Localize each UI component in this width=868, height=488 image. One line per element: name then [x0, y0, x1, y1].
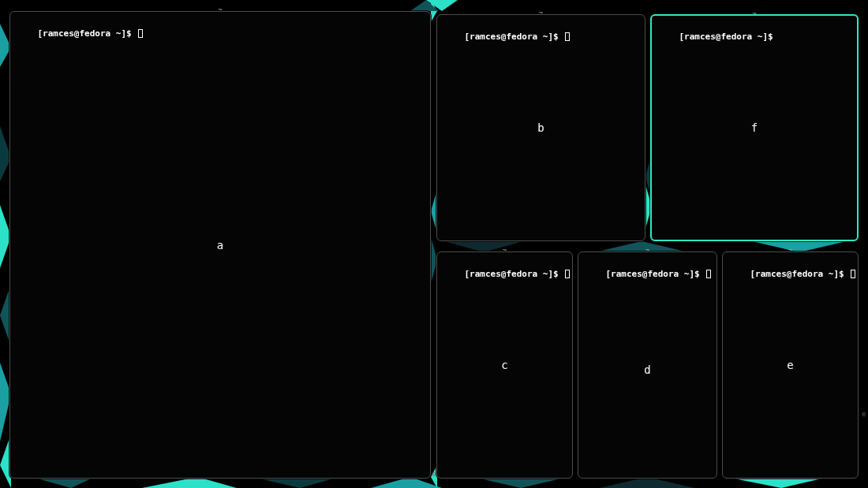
cursor-icon	[565, 32, 570, 41]
terminal-body-b[interactable]: [ramces@fedora ~]$	[437, 15, 645, 240]
svg-marker-21	[752, 241, 847, 252]
terminal-window-c[interactable]: ~ [ramces@fedora ~]$ c	[436, 251, 573, 479]
svg-marker-19	[444, 241, 523, 252]
prompt-text: [ramces@fedora ~]$	[38, 28, 132, 39]
prompt-text: [ramces@fedora ~]$	[606, 269, 700, 279]
svg-marker-10	[473, 477, 568, 488]
terminal-body-c[interactable]: [ramces@fedora ~]$	[437, 252, 572, 478]
cursor-icon	[851, 270, 855, 278]
terminal-window-b[interactable]: ~ [ramces@fedora ~]$ b	[436, 14, 645, 241]
svg-marker-11	[600, 477, 694, 488]
cursor-icon	[565, 270, 570, 278]
svg-marker-12	[726, 477, 829, 488]
terminal-body-a[interactable]: [ramces@fedora ~]$	[10, 12, 430, 478]
cursor-icon	[706, 270, 711, 278]
terminal-body-e[interactable]: [ramces@fedora ~]$	[723, 252, 858, 478]
prompt-text: [ramces@fedora ~]$	[465, 32, 559, 42]
prompt-text: [ramces@fedora ~]$	[465, 269, 559, 279]
terminal-window-a[interactable]: ~ [ramces@fedora ~]$ a	[9, 11, 431, 479]
svg-marker-20	[594, 241, 689, 252]
terminal-window-f[interactable]: ~ [ramces@fedora ~]$ f	[650, 14, 859, 241]
cursor-icon	[138, 29, 143, 38]
terminal-window-d[interactable]: ~ [ramces@fedora ~]$ d	[578, 251, 717, 479]
terminal-body-d[interactable]: [ramces@fedora ~]$	[578, 252, 716, 478]
edge-glyph: e	[862, 410, 866, 418]
edge-glyph: e	[432, 470, 436, 478]
prompt-text: [ramces@fedora ~]$	[750, 269, 844, 279]
svg-marker-6	[32, 477, 95, 488]
terminal-body-f[interactable]: [ramces@fedora ~]$	[652, 16, 857, 240]
terminal-window-e[interactable]: ~ [ramces@fedora ~]$ e	[722, 251, 859, 479]
svg-marker-7	[142, 477, 237, 488]
prompt-text: [ramces@fedora ~]$	[679, 32, 773, 42]
svg-marker-8	[253, 477, 339, 488]
